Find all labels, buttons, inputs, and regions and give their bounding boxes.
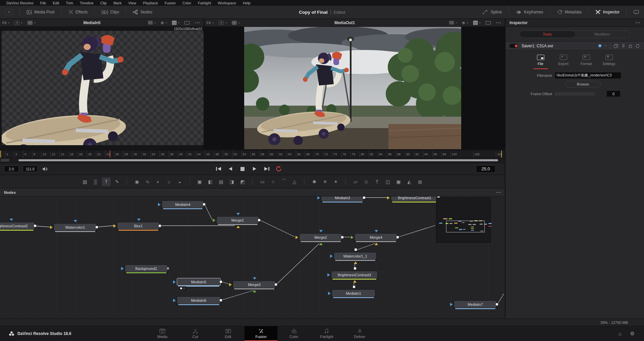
timeline-zoom-handle[interactable] <box>1 159 9 162</box>
menu-workspace[interactable]: Workspace <box>215 1 239 5</box>
inspector-button[interactable]: Inspector <box>591 6 624 18</box>
playhead[interactable] <box>110 151 110 158</box>
left-viewer-fit-dropdown[interactable]: Fit∨ <box>0 21 12 25</box>
tool-bspline-mask-icon[interactable]: ⌒ <box>279 177 288 186</box>
saver-tab-file[interactable]: File <box>533 55 548 69</box>
frame-rate-display[interactable]: 25.0 <box>476 165 495 173</box>
node-MediaIn3[interactable]: MediaIn3 <box>321 196 364 202</box>
rgb-channels-dropdown[interactable]: ◉∨ <box>158 20 169 25</box>
node-Merge4[interactable]: Merge4 <box>355 233 397 241</box>
spline-button[interactable]: Spline <box>478 6 506 18</box>
media-pool-button[interactable]: Media Pool <box>22 6 59 18</box>
tool-paint-icon[interactable]: ✎ <box>113 177 121 186</box>
node-Merge2[interactable]: Merge2 <box>299 233 342 241</box>
tool-matte-control-icon[interactable]: ◧ <box>206 177 215 186</box>
page-tab-media[interactable]: Media <box>146 326 179 341</box>
go-to-last-frame-button[interactable] <box>263 165 270 173</box>
tool-brightness-contrast-icon[interactable]: ◐ <box>154 177 163 186</box>
inspector-menu[interactable]: ••• <box>632 21 644 24</box>
node-MediaIn5[interactable]: MediaIn5 <box>177 278 221 286</box>
left-viewer-canvas[interactable]: 1920x1080xfloat32 <box>0 27 204 149</box>
frame-offset-value[interactable]: 0 <box>607 91 620 97</box>
node-Watercolor1[interactable]: Watercolor1 <box>54 223 97 231</box>
tool-image-plane-3d-icon[interactable]: ▱ <box>351 177 360 186</box>
menu-color[interactable]: Color <box>179 1 194 5</box>
loop-button[interactable] <box>275 165 282 173</box>
metadata-button[interactable]: Metadata <box>552 6 586 18</box>
tab-tools[interactable]: Tools <box>520 31 575 38</box>
clips-button[interactable]: Clips <box>97 6 124 18</box>
checker-underlay-dropdown[interactable]: ∨ <box>447 21 460 24</box>
left-viewer-buffer-dropdown[interactable]: ▪∨ <box>25 21 38 25</box>
guides-button[interactable] <box>483 21 493 24</box>
menu-trim[interactable]: Trim <box>63 1 76 5</box>
tool-color-corrector-icon[interactable]: ◉ <box>132 177 141 186</box>
tool-merge-icon[interactable]: ▣ <box>195 177 204 186</box>
page-tab-cut[interactable]: Cut <box>179 326 212 341</box>
tool-hue-curves-icon[interactable]: ☼ <box>165 177 173 186</box>
node-Watercolor1_1[interactable]: Watercolor1_1 <box>334 252 377 260</box>
audio-mute-button[interactable] <box>42 167 48 171</box>
play-reverse-button[interactable] <box>227 165 234 173</box>
menu-playback[interactable]: Playback <box>140 1 161 5</box>
grid-overlay-dropdown[interactable]: ∨ <box>170 21 182 25</box>
tool-text-3d-icon[interactable]: T <box>373 177 381 186</box>
menu-view[interactable]: View <box>125 1 139 5</box>
node-graph-minimap[interactable] <box>436 197 491 243</box>
go-to-first-frame-button[interactable] <box>215 165 222 173</box>
frame-offset-slider[interactable] <box>555 92 595 96</box>
grid-overlay-dropdown[interactable]: ∨ <box>471 21 483 25</box>
tool-particle-emitter-icon[interactable]: ✱ <box>310 177 319 186</box>
tool-shape-3d-icon[interactable]: ◇ <box>362 177 371 186</box>
right-viewer-buffer-dropdown[interactable]: ▪∨ <box>229 21 243 25</box>
node-enable-toggle[interactable] <box>509 44 518 48</box>
right-viewer-menu[interactable]: ••• <box>493 21 505 24</box>
menu-help[interactable]: Help <box>240 1 254 5</box>
tool-background-icon[interactable]: ▨ <box>80 177 89 186</box>
timeline-ruler[interactable]: 2468101214161820222426283032343638404244… <box>0 151 505 158</box>
browse-button[interactable]: Browse <box>565 81 601 88</box>
page-tab-fusion[interactable]: Fusion <box>245 326 277 341</box>
tool-channel-booleans-icon[interactable]: ▤ <box>217 177 225 186</box>
settings-gear-icon[interactable]: ⚙ <box>630 331 635 337</box>
effects-button[interactable]: Effects <box>63 6 92 18</box>
node-MediaIn4[interactable]: MediaIn4 <box>162 201 204 208</box>
saver-tab-export[interactable]: ✶Export <box>556 55 571 69</box>
version-color-dot[interactable] <box>598 44 601 47</box>
menu-file[interactable]: File <box>37 1 49 5</box>
node-MediaIn6[interactable]: MediaIn6 <box>177 296 221 304</box>
tool-color-curves-icon[interactable]: ∿ <box>143 177 152 186</box>
filename-input[interactable]: \\liu\Emma\台中動畫_render\exr\C3 <box>555 72 621 78</box>
left-viewer-channel-a-dropdown[interactable]: A∨ <box>12 21 25 25</box>
node-Blur1[interactable]: Blur1 <box>117 222 160 230</box>
nodes-panel-menu[interactable]: ••• <box>493 191 505 194</box>
render-range-end[interactable]: 111.0 <box>23 166 38 172</box>
tool-text-plus-icon[interactable]: T <box>102 177 111 186</box>
render-range-start[interactable]: 2.0 <box>4 166 19 172</box>
tool-merge-3d-icon[interactable]: ◫ <box>383 177 392 186</box>
tool-alpha-divide-icon[interactable]: ◩ <box>238 177 247 186</box>
panel-layout-icon[interactable] <box>629 10 644 14</box>
tool-cineon-log-icon[interactable]: ◒ <box>175 177 184 186</box>
stop-button[interactable] <box>239 165 246 173</box>
tool-color-gain-icon[interactable]: ◨ <box>227 177 236 186</box>
tool-renderer-3d-icon[interactable]: ◍ <box>416 177 424 186</box>
node-MediaIn1[interactable]: MediaIn1 <box>332 289 375 297</box>
tool-rectangle-mask-icon[interactable]: ▭ <box>258 177 267 186</box>
menu-clip[interactable]: Clip <box>97 1 110 5</box>
lock-icon[interactable] <box>629 44 632 48</box>
chevron-down-icon[interactable]: ∨ <box>605 45 607 47</box>
right-viewer-fit-dropdown[interactable]: Fit∨ <box>204 21 216 25</box>
reset-icon[interactable] <box>636 44 640 48</box>
page-tab-color[interactable]: Color <box>277 326 310 341</box>
saver-tab-settings[interactable]: ⚙Settings <box>602 55 616 69</box>
tool-particle-merge-icon[interactable]: ✳ <box>321 177 329 186</box>
saver-tab-format[interactable]: ⇄Format <box>579 55 594 69</box>
menu-davinci-resolve[interactable]: DaVinci Resolve <box>3 1 37 5</box>
node-BrightnessContrast3[interactable]: BrightnessContrast3 <box>331 271 378 279</box>
copy-settings-icon[interactable] <box>614 44 618 48</box>
tool-polygon-mask-icon[interactable]: △ <box>290 177 299 186</box>
keyframes-button[interactable]: Keyframes <box>511 6 548 18</box>
menu-edit[interactable]: Edit <box>50 1 62 5</box>
node-Background1[interactable]: Background1 <box>125 265 168 272</box>
